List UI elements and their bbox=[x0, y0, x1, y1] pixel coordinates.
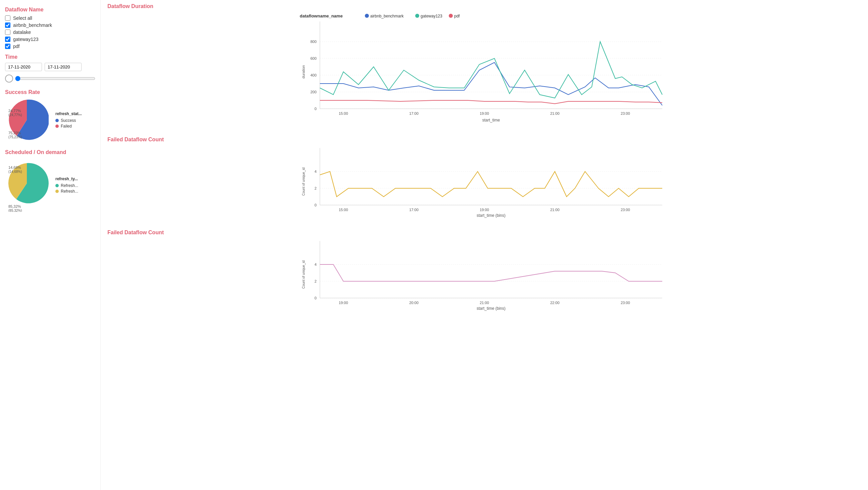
svg-text:200: 200 bbox=[310, 90, 316, 94]
svg-text:0: 0 bbox=[314, 203, 316, 207]
scheduled-section: Scheduled / On demand 14,68% (14,68%) 85… bbox=[5, 149, 95, 213]
svg-text:600: 600 bbox=[310, 56, 316, 60]
failed-dot bbox=[55, 124, 59, 128]
date-inputs bbox=[5, 63, 95, 71]
success-rate-section: Success Rate 24,77% (24,77%) 75,23% (75,… bbox=[5, 89, 95, 143]
svg-text:21:00: 21:00 bbox=[550, 208, 560, 212]
legend-failed: Failed bbox=[55, 124, 82, 128]
legend-refresh1: Refresh... bbox=[55, 183, 78, 188]
svg-text:start_time: start_time bbox=[482, 118, 500, 123]
failed-count-2-svg: 0 2 4 Count of unique_id 19:00 20:00 21:… bbox=[107, 238, 861, 311]
svg-text:pdf: pdf bbox=[454, 14, 460, 19]
select-all-row[interactable]: Select all bbox=[5, 16, 95, 21]
svg-point-9 bbox=[415, 14, 419, 18]
gateway-checkbox[interactable] bbox=[5, 37, 10, 42]
failed-count-1-svg: 0 2 4 Count of unique_id 15:00 17:00 19:… bbox=[107, 145, 861, 218]
svg-text:2: 2 bbox=[314, 279, 316, 283]
dataflow-duration-title: Dataflow Duration bbox=[107, 3, 861, 9]
success-rate-legend-title: refresh_stat... bbox=[55, 112, 82, 116]
gateway-label: gateway123 bbox=[13, 37, 39, 42]
datalake-checkbox[interactable] bbox=[5, 30, 10, 35]
main-content: Dataflow Duration dataflowname_name airb… bbox=[101, 0, 868, 490]
svg-text:Count of unique_id: Count of unique_id bbox=[302, 261, 305, 288]
scheduled-pie-section: 14,68% (14,68%) 85,32% (85,32%) refresh_… bbox=[5, 158, 95, 213]
dataflow-duration-chart: Dataflow Duration dataflowname_name airb… bbox=[107, 3, 861, 126]
svg-text:15:00: 15:00 bbox=[339, 208, 348, 212]
svg-text:airbnb_benchmark: airbnb_benchmark bbox=[370, 14, 404, 19]
datalake-row[interactable]: datalake bbox=[5, 30, 95, 35]
time-slider[interactable] bbox=[15, 76, 95, 81]
failed-count-2-title: Failed Dataflow Count bbox=[107, 229, 861, 236]
dataflow-name-title: Dataflow Name bbox=[5, 7, 95, 13]
svg-text:23:00: 23:00 bbox=[621, 208, 630, 212]
svg-text:85,32%: 85,32% bbox=[8, 204, 21, 208]
svg-text:17:00: 17:00 bbox=[409, 112, 418, 116]
svg-text:21:00: 21:00 bbox=[479, 301, 489, 305]
svg-text:duration: duration bbox=[302, 65, 305, 79]
svg-text:4: 4 bbox=[314, 263, 316, 267]
svg-text:start_time (bins): start_time (bins) bbox=[477, 306, 505, 311]
svg-text:19:00: 19:00 bbox=[339, 301, 348, 305]
success-rate-pie-section: 24,77% (24,77%) 75,23% (75,23%) refresh_… bbox=[5, 98, 95, 143]
success-rate-legend: refresh_stat... Success Failed bbox=[55, 112, 82, 129]
failed-count-2-chart: Failed Dataflow Count 0 2 4 Count of uni… bbox=[107, 229, 861, 312]
legend-refresh2: Refresh... bbox=[55, 189, 78, 194]
svg-text:19:00: 19:00 bbox=[479, 208, 489, 212]
svg-text:17:00: 17:00 bbox=[409, 208, 418, 212]
select-all-label: Select all bbox=[13, 16, 32, 21]
pdf-label: pdf bbox=[13, 43, 20, 49]
svg-text:gateway123: gateway123 bbox=[421, 14, 442, 19]
select-all-checkbox[interactable] bbox=[5, 16, 10, 21]
svg-text:800: 800 bbox=[310, 40, 316, 43]
svg-text:2: 2 bbox=[314, 186, 316, 190]
airbnb-checkbox[interactable] bbox=[5, 23, 10, 28]
failed-count-1-title: Failed Dataflow Count bbox=[107, 136, 861, 143]
svg-text:dataflowname_name: dataflowname_name bbox=[300, 13, 343, 19]
refresh1-dot bbox=[55, 184, 59, 187]
svg-text:(75,23%): (75,23%) bbox=[8, 135, 22, 139]
pie-label-success-pct: 75,23% bbox=[8, 131, 21, 135]
success-label: Success bbox=[61, 118, 76, 123]
time-title: Time bbox=[5, 54, 95, 60]
success-rate-pie-wrapper: 24,77% (24,77%) 75,23% (75,23%) bbox=[5, 98, 49, 143]
sidebar: Dataflow Name Select all airbnb_benchmar… bbox=[0, 0, 101, 490]
airbnb-row[interactable]: airbnb_benchmark bbox=[5, 23, 95, 28]
failed-label: Failed bbox=[61, 124, 72, 128]
svg-text:start_time (bins): start_time (bins) bbox=[477, 213, 505, 218]
success-rate-title: Success Rate bbox=[5, 89, 95, 95]
scheduled-title: Scheduled / On demand bbox=[5, 149, 95, 155]
refresh2-label: Refresh... bbox=[61, 189, 78, 194]
svg-point-7 bbox=[365, 14, 369, 18]
svg-text:(85,32%): (85,32%) bbox=[8, 209, 22, 212]
refresh1-label: Refresh... bbox=[61, 183, 78, 188]
pdf-row[interactable]: pdf bbox=[5, 43, 95, 49]
scheduled-pie-wrapper: 14,68% (14,68%) 85,32% (85,32%) bbox=[5, 158, 49, 213]
svg-text:4: 4 bbox=[314, 170, 316, 174]
scheduled-legend-title: refresh_ty... bbox=[55, 177, 78, 181]
svg-text:400: 400 bbox=[310, 73, 316, 77]
slider-thumb[interactable] bbox=[5, 74, 13, 83]
svg-text:21:00: 21:00 bbox=[550, 112, 560, 116]
dataflow-duration-svg: dataflowname_name airbnb_benchmark gatew… bbox=[107, 11, 861, 125]
slider-container bbox=[5, 74, 95, 83]
svg-text:(24,77%): (24,77%) bbox=[8, 113, 22, 117]
time-section: Time bbox=[5, 54, 95, 83]
svg-text:20:00: 20:00 bbox=[409, 301, 418, 305]
success-rate-pie: 24,77% (24,77%) 75,23% (75,23%) bbox=[5, 98, 49, 142]
svg-text:Count of unique_id: Count of unique_id bbox=[302, 167, 305, 196]
date-end-input[interactable] bbox=[44, 63, 82, 71]
gateway-row[interactable]: gateway123 bbox=[5, 37, 95, 42]
svg-text:0: 0 bbox=[314, 296, 316, 300]
svg-text:0: 0 bbox=[314, 107, 316, 111]
scheduled-legend: refresh_ty... Refresh... Refresh... bbox=[55, 177, 78, 195]
success-dot bbox=[55, 119, 59, 122]
datalake-label: datalake bbox=[13, 30, 31, 35]
svg-text:22:00: 22:00 bbox=[550, 301, 560, 305]
svg-text:23:00: 23:00 bbox=[621, 112, 630, 116]
failed-count-1-chart: Failed Dataflow Count 0 2 4 Count of uni… bbox=[107, 136, 861, 219]
svg-text:23:00: 23:00 bbox=[621, 301, 630, 305]
svg-point-11 bbox=[449, 14, 453, 18]
date-start-input[interactable] bbox=[5, 63, 42, 71]
pdf-checkbox[interactable] bbox=[5, 43, 10, 49]
scheduled-pie: 14,68% (14,68%) 85,32% (85,32%) bbox=[5, 158, 49, 212]
